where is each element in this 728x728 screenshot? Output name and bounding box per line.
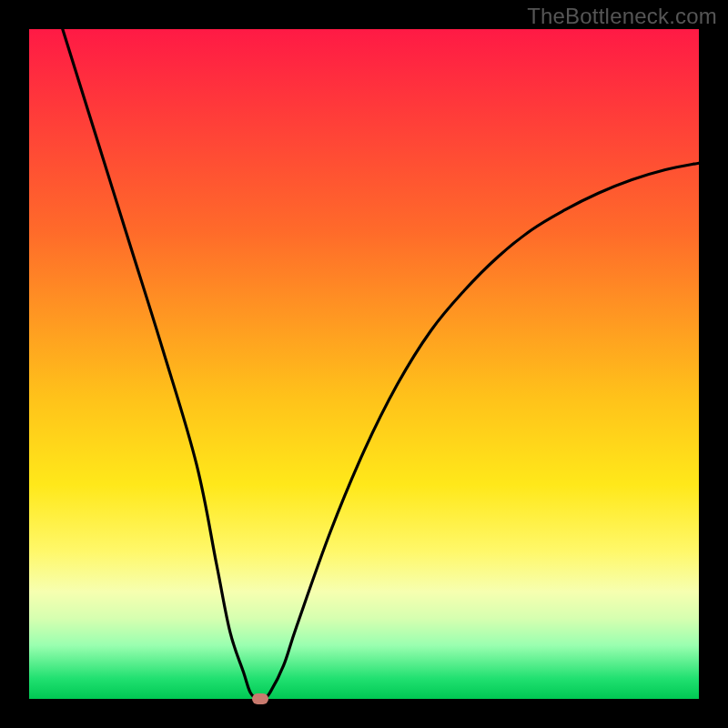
chart-frame: TheBottleneck.com: [0, 0, 728, 728]
optimal-point-marker: [252, 693, 268, 704]
curve-path: [63, 29, 699, 700]
watermark-text: TheBottleneck.com: [527, 4, 717, 29]
plot-area: [29, 29, 699, 699]
bottleneck-curve: [29, 29, 699, 699]
